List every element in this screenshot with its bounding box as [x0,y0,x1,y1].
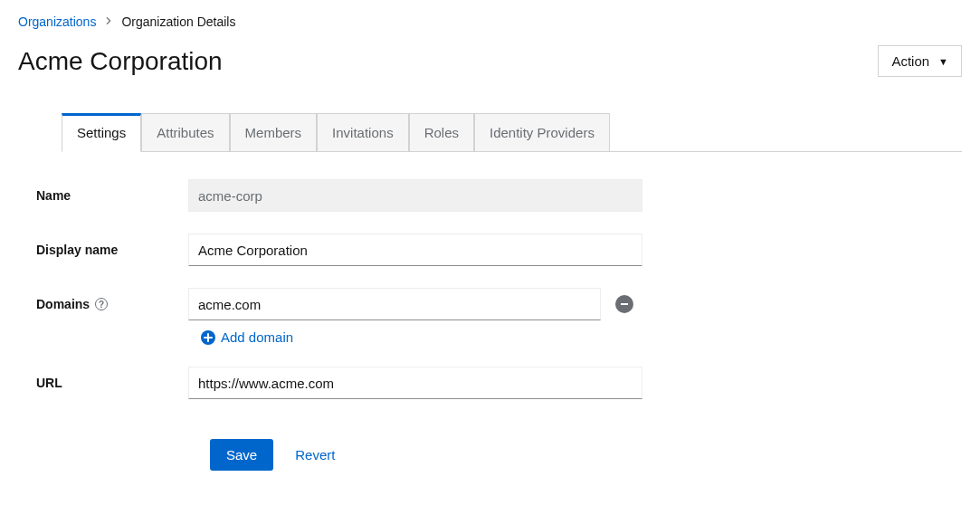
form-row-url: URL [36,367,962,399]
add-domain-row: Add domain [36,329,962,345]
tab-attributes[interactable]: Attributes [141,113,229,151]
breadcrumb-current: Organization Details [121,14,235,29]
minus-icon [620,300,629,309]
svg-rect-0 [621,303,628,305]
page-title: Acme Corporation [18,47,223,76]
revert-button[interactable]: Revert [295,447,335,463]
tabs: Settings Attributes Members Invitations … [62,113,962,152]
save-button[interactable]: Save [210,439,273,471]
name-input [188,179,642,212]
url-label: URL [36,376,188,390]
remove-domain-button[interactable] [615,295,633,313]
action-dropdown-label: Action [891,53,929,69]
form-row-domains: Domains ? [36,288,962,320]
action-dropdown[interactable]: Action ▼ [878,45,962,77]
url-input[interactable] [188,367,642,399]
breadcrumb: Organizations Organization Details [18,14,962,29]
domain-entry [188,288,633,320]
tab-members[interactable]: Members [230,113,318,151]
form-actions: Save Revert [36,439,962,471]
domain-input[interactable] [188,288,601,320]
display-name-label: Display name [36,243,188,257]
tab-identity-providers[interactable]: Identity Providers [474,113,610,151]
name-label: Name [36,188,188,203]
tab-invitations[interactable]: Invitations [317,113,409,151]
add-domain-label: Add domain [221,329,293,345]
form-row-name: Name [36,179,962,212]
domains-label: Domains ? [36,297,188,311]
settings-form: Name Display name Domains ? Add domain U… [18,179,962,471]
help-icon[interactable]: ? [95,298,108,310]
tab-settings[interactable]: Settings [62,113,141,152]
caret-down-icon: ▼ [938,56,948,67]
breadcrumb-parent-link[interactable]: Organizations [18,14,96,29]
add-domain-button[interactable]: Add domain [188,329,293,345]
plus-circle-icon [201,330,215,345]
display-name-input[interactable] [188,234,642,266]
form-row-display-name: Display name [36,234,962,266]
page-header: Acme Corporation Action ▼ [18,45,962,77]
chevron-right-icon [105,15,112,28]
tab-roles[interactable]: Roles [409,113,474,151]
